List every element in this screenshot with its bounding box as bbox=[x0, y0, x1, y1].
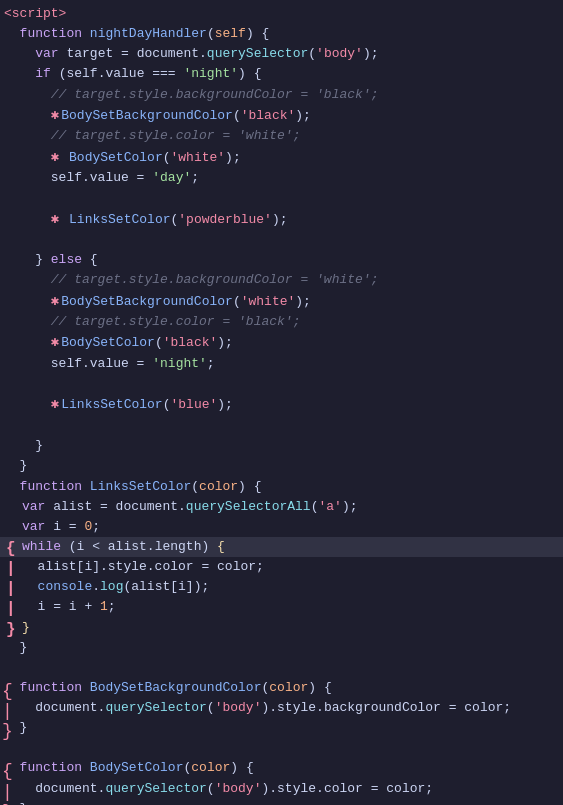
code-line: ✱BodySetBackgroundColor('black'); bbox=[0, 105, 563, 127]
code-line: function LinksSetColor(color) { bbox=[0, 477, 563, 497]
code-line: { function BodySetBackgroundColor(color)… bbox=[0, 678, 563, 698]
code-line: ✱BodySetColor('black'); bbox=[0, 332, 563, 354]
code-line: // target.style.color = 'white'; bbox=[0, 126, 563, 146]
code-line bbox=[0, 658, 563, 678]
code-line: function nightDayHandler(self) { bbox=[0, 24, 563, 44]
code-line: self.value = 'day'; bbox=[0, 168, 563, 188]
code-line: | alist[i].style.color = color; bbox=[0, 557, 563, 577]
code-line: var alist = document.querySelectorAll('a… bbox=[0, 497, 563, 517]
code-line: <script> bbox=[0, 4, 563, 24]
code-line: | document.querySelector('body').style.c… bbox=[0, 779, 563, 799]
code-line bbox=[0, 188, 563, 208]
code-line: // target.style.backgroundColor = 'black… bbox=[0, 85, 563, 105]
code-line: { function BodySetColor(color) { bbox=[0, 758, 563, 778]
code-line bbox=[0, 374, 563, 394]
code-line: ✱BodySetBackgroundColor('white'); bbox=[0, 291, 563, 313]
code-line: | console.log(alist[i]); bbox=[0, 577, 563, 597]
code-line: // target.style.color = 'black'; bbox=[0, 312, 563, 332]
code-line bbox=[0, 416, 563, 436]
code-line bbox=[0, 738, 563, 758]
code-line: var i = 0; bbox=[0, 517, 563, 537]
code-line: } bbox=[0, 436, 563, 456]
code-line: | document.querySelector('body').style.b… bbox=[0, 698, 563, 718]
code-line bbox=[0, 230, 563, 250]
code-line: var target = document.querySelector('bod… bbox=[0, 44, 563, 64]
code-line: ✱LinksSetColor('blue'); bbox=[0, 394, 563, 416]
code-line: } } bbox=[0, 718, 563, 738]
code-line: ✱ LinksSetColor('powderblue'); bbox=[0, 209, 563, 231]
code-editor: <script> function nightDayHandler(self) … bbox=[0, 0, 563, 805]
code-line: } else { bbox=[0, 250, 563, 270]
code-line: // target.style.backgroundColor = 'white… bbox=[0, 270, 563, 290]
code-line: ✱ BodySetColor('white'); bbox=[0, 147, 563, 169]
code-line: self.value = 'night'; bbox=[0, 354, 563, 374]
code-line: } bbox=[0, 456, 563, 476]
code-line: } bbox=[0, 638, 563, 658]
code-line: | i = i + 1; bbox=[0, 597, 563, 617]
code-line: } } bbox=[0, 799, 563, 805]
code-line-highlighted: { while (i < alist.length) { bbox=[0, 537, 563, 557]
code-line: } } bbox=[0, 618, 563, 638]
code-line: if (self.value === 'night') { bbox=[0, 64, 563, 84]
